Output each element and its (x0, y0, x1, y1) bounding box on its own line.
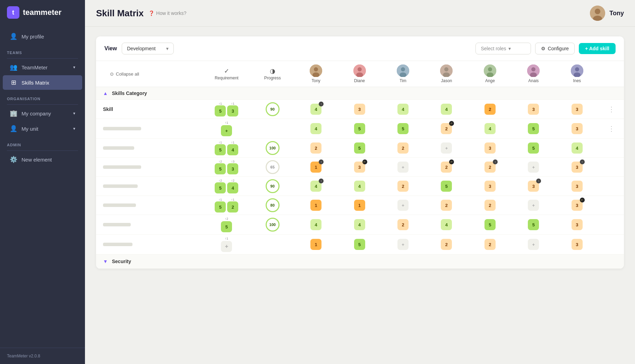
score-tim-0[interactable]: 4 (381, 100, 424, 119)
score-cell[interactable]: 4 (425, 215, 468, 235)
category-name: Skills Category (112, 90, 147, 96)
score-cell[interactable]: 3 (468, 139, 512, 158)
row-more[interactable] (599, 158, 624, 177)
prog-cell: 100 (251, 139, 294, 158)
my-company-label: My company (22, 111, 51, 116)
sidebar-item-teammeter[interactable]: 👥 TeamMeter ▾ (3, 60, 82, 75)
score-cell[interactable]: 4 (294, 119, 337, 139)
score-cell[interactable]: 5 (338, 139, 381, 158)
score-jason-0[interactable]: 4 (425, 100, 468, 119)
teammeter-label: TeamMeter (22, 64, 48, 70)
score-tony-0[interactable]: 4 ↑ (294, 100, 337, 119)
logo-text: teammeter (23, 8, 61, 17)
score-cell[interactable]: 2 (425, 196, 468, 215)
score-cell[interactable]: 2 (468, 196, 512, 215)
row-more[interactable] (599, 215, 624, 235)
skill-row: ↑25↑24 90 4↑42533↑3 (96, 177, 624, 196)
score-cell[interactable]: + (381, 158, 424, 177)
collapse-all-button[interactable]: ⊙ Collapse all (103, 69, 200, 79)
skill-label (96, 235, 203, 254)
score-cell[interactable]: 2 (381, 139, 424, 158)
score-cell[interactable]: 2🎓 (425, 158, 468, 177)
score-cell[interactable]: 3 (555, 215, 599, 235)
score-cell[interactable]: 2 (381, 177, 424, 196)
more-icon[interactable]: ⋮ (605, 123, 618, 134)
score-cell[interactable]: 3🎓 (338, 158, 381, 177)
score-cell[interactable]: 5 (468, 215, 512, 235)
score-ange-0[interactable]: 2 (468, 100, 512, 119)
score-cell[interactable]: 5 (512, 139, 555, 158)
how-it-works-button[interactable]: ❓ How it works? (148, 10, 186, 16)
prog-cell: 90 (251, 177, 294, 196)
score-cell[interactable]: 1↑ (294, 158, 337, 177)
score-cell[interactable]: 3 (555, 177, 599, 196)
sidebar-item-skills-matrix[interactable]: ⊞ Skills Matrix (3, 75, 82, 90)
sidebar-item-my-profile[interactable]: 👤 My profile (3, 29, 82, 44)
row-more[interactable] (599, 235, 624, 254)
score-cell[interactable]: 5 (512, 215, 555, 235)
score-cell[interactable]: 5 (425, 177, 468, 196)
sidebar-item-my-unit[interactable]: 👤 My unit ▾ (3, 121, 82, 136)
view-label: View (104, 45, 117, 52)
score-cell[interactable]: 1 (338, 196, 381, 215)
avatar (590, 6, 605, 21)
score-cell[interactable]: 2 (381, 215, 424, 235)
matrix-table-wrap: ⊙ Collapse all ✓ Requirement (96, 61, 624, 269)
person-name-anais: Anais (528, 78, 539, 83)
skill-label (96, 215, 203, 235)
score-cell[interactable]: 4↑ (294, 177, 337, 196)
row-more[interactable] (599, 196, 624, 215)
score-cell[interactable]: 4 (338, 177, 381, 196)
row-more-0[interactable]: ⋮ (599, 100, 624, 119)
score-cell[interactable]: 2 (294, 139, 337, 158)
score-anais-0[interactable]: 3 (512, 100, 555, 119)
category-icon: ▲ (103, 90, 108, 96)
score-cell[interactable]: 3↑ (555, 158, 599, 177)
score-cell[interactable]: 3↑ (512, 177, 555, 196)
svg-point-22 (575, 67, 579, 71)
score-cell[interactable]: 3 (555, 119, 599, 139)
score-cell[interactable]: + (381, 235, 424, 254)
configure-button[interactable]: ⚙ Configure (535, 43, 575, 54)
score-cell[interactable]: 4 (555, 139, 599, 158)
score-cell[interactable]: 1 (294, 196, 337, 215)
score-cell[interactable]: 5 (381, 119, 424, 139)
score-cell[interactable]: 2 (425, 235, 468, 254)
row-more[interactable] (599, 177, 624, 196)
add-skill-button[interactable]: + Add skill (579, 43, 616, 54)
score-cell[interactable]: 2↑ (468, 158, 512, 177)
score-cell[interactable]: + (381, 196, 424, 215)
sidebar-item-my-company[interactable]: 🏢 My company ▾ (3, 106, 82, 121)
score-cell[interactable]: + (512, 158, 555, 177)
score-cell[interactable]: + (512, 235, 555, 254)
score-cell[interactable]: 5 (338, 235, 381, 254)
score-cell[interactable]: 4 (468, 119, 512, 139)
score-cell[interactable]: 3 (468, 177, 512, 196)
score-cell[interactable]: 2🎓 (425, 119, 468, 139)
score-cell[interactable]: 2 (468, 235, 512, 254)
score-cell[interactable]: + (425, 139, 468, 158)
sidebar-item-new-element[interactable]: ⚙️ New element (3, 152, 82, 167)
content: View Development ▾ Select roles ▾ ⚙ Conf… (85, 27, 635, 364)
score-cell[interactable]: 5 (512, 119, 555, 139)
category-row: ▲ Skills Category (96, 87, 624, 100)
more-icon[interactable]: ⋮ (605, 104, 618, 114)
score-cell[interactable]: 3🎓 (555, 196, 599, 215)
score-cell[interactable]: 5 (338, 119, 381, 139)
score-cell[interactable]: 4 (294, 215, 337, 235)
score-ines-0[interactable]: 3 (555, 100, 599, 119)
score-cell[interactable]: 4 (338, 215, 381, 235)
logo[interactable]: t teammeter (0, 0, 85, 25)
row-more[interactable]: ⋮ (599, 119, 624, 139)
score-cell[interactable]: 1 (294, 235, 337, 254)
my-profile-label: My profile (22, 34, 44, 40)
score-cell[interactable]: + (512, 196, 555, 215)
progress-header-cell: 90 (251, 100, 294, 119)
row-more[interactable] (599, 139, 624, 158)
skill-row: ↑25↑33 65 1↑3🎓+2🎓2↑+3↑ (96, 158, 624, 177)
score-diane-0[interactable]: 3 (338, 100, 381, 119)
req-cell: ↑25↑33 (203, 158, 251, 177)
score-cell[interactable]: 3 (555, 235, 599, 254)
select-roles-dropdown[interactable]: Select roles ▾ (475, 43, 531, 54)
view-dropdown[interactable]: Development ▾ (122, 43, 174, 54)
